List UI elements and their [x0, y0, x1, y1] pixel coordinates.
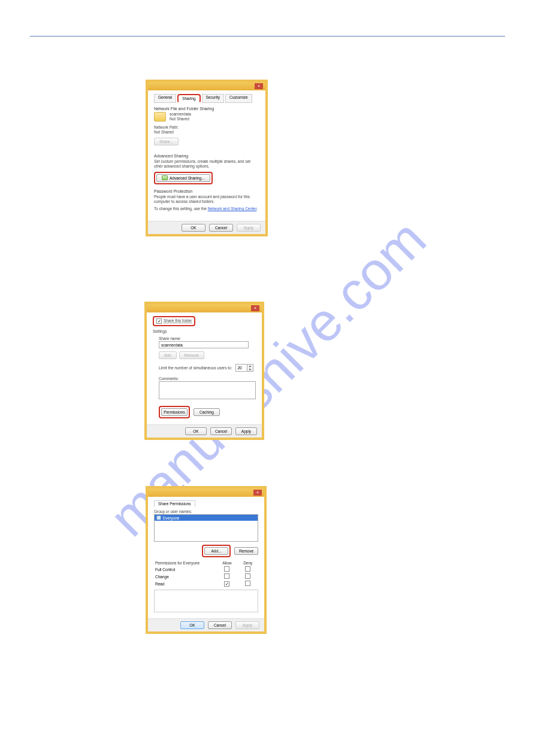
cancel-button[interactable]: Cancel	[210, 427, 232, 435]
folder-icon	[154, 112, 166, 122]
network-path-value: Not Shared	[154, 130, 259, 135]
read-allow-checkbox[interactable]: ✓	[224, 581, 229, 587]
close-icon[interactable]: ×	[251, 305, 259, 311]
remove-button[interactable]: Remove	[234, 547, 258, 555]
nfs-heading: Network File and Folder Sharing	[154, 107, 259, 111]
share-name-input[interactable]	[159, 341, 249, 348]
tab-general[interactable]: General	[154, 94, 176, 103]
read-deny-checkbox[interactable]	[245, 581, 250, 586]
add-button[interactable]: Add	[159, 351, 177, 359]
spacer-box	[154, 590, 258, 612]
table-row: Change	[154, 573, 258, 580]
advanced-sharing-dialog: × ✓ Share this folder Settings Share nam…	[144, 302, 264, 440]
change-allow-checkbox[interactable]	[224, 573, 229, 579]
close-icon[interactable]: ×	[255, 83, 263, 89]
share-folder-checkbox[interactable]: ✓	[156, 318, 162, 324]
share-name-label: Share name:	[159, 336, 256, 341]
cancel-button[interactable]: Cancel	[209, 224, 233, 232]
ok-button[interactable]: OK	[182, 224, 205, 232]
tab-customize[interactable]: Customize	[225, 94, 252, 103]
titlebar: ×	[148, 82, 265, 90]
perm-name: Read	[154, 580, 216, 587]
allow-header: Allow	[216, 560, 237, 566]
tab-security[interactable]: Security	[202, 94, 224, 103]
list-item[interactable]: Everyone	[155, 515, 258, 521]
titlebar: ×	[148, 488, 264, 497]
settings-label: Settings	[153, 329, 256, 334]
group-names-label: Group or user names:	[154, 509, 258, 514]
share-button[interactable]: Share...	[154, 138, 179, 145]
fullcontrol-allow-checkbox[interactable]	[224, 566, 229, 572]
ok-button[interactable]: OK	[180, 621, 204, 629]
comments-textarea[interactable]	[159, 381, 256, 399]
table-row: Full Control	[154, 566, 258, 573]
cancel-button[interactable]: Cancel	[208, 621, 232, 629]
shield-icon	[162, 175, 168, 180]
tab-sharing[interactable]: Sharing	[177, 94, 200, 103]
change-deny-checkbox[interactable]	[245, 573, 250, 579]
caching-button[interactable]: Caching	[194, 408, 220, 416]
spinner-down-icon[interactable]: ▾	[247, 368, 253, 372]
apply-button[interactable]: Apply	[237, 224, 261, 232]
network-sharing-center-link[interactable]: Network and Sharing Center	[208, 207, 257, 211]
permissions-dialog: × Share Permissions Group or user names:…	[146, 486, 267, 634]
permissions-button[interactable]: Permissions	[161, 408, 188, 416]
limit-users-spinner[interactable]: ▴▾	[235, 364, 253, 372]
apply-button[interactable]: Apply	[235, 427, 257, 435]
table-row: Read ✓	[154, 580, 258, 587]
users-icon	[156, 515, 161, 520]
perm-name: Full Control	[154, 566, 216, 573]
close-icon[interactable]: ×	[253, 490, 262, 496]
advanced-heading: Advanced Sharing	[154, 154, 259, 158]
password-change-prefix: To change this setting, use the	[154, 207, 207, 211]
limit-users-input[interactable]	[236, 365, 247, 371]
permissions-header: Permissions for Everyone	[154, 560, 216, 566]
network-path-label: Network Path:	[154, 125, 259, 130]
password-heading: Password Protection	[154, 189, 259, 193]
deny-header: Deny	[238, 560, 258, 566]
perm-name: Change	[154, 573, 216, 580]
password-description: People must have a user account and pass…	[154, 195, 259, 204]
group-listbox[interactable]: Everyone	[154, 514, 258, 542]
apply-button[interactable]: Apply	[235, 621, 259, 629]
fullcontrol-deny-checkbox[interactable]	[245, 566, 250, 572]
share-folder-label: Share this folder	[164, 318, 192, 323]
add-button[interactable]: Add...	[204, 547, 228, 555]
remove-button[interactable]: Remove	[179, 351, 204, 359]
advanced-sharing-label: Advanced Sharing...	[170, 176, 205, 180]
group-item-label: Everyone	[163, 516, 179, 520]
advanced-description: Set custom permissions, create multiple …	[154, 159, 259, 169]
advanced-sharing-button[interactable]: Advanced Sharing...	[156, 174, 210, 182]
limit-users-label: Limit the number of simultaneous users t…	[159, 366, 232, 371]
titlebar: ×	[147, 304, 262, 312]
ok-button[interactable]: OK	[185, 427, 207, 435]
folder-status-label: Not Shared	[170, 117, 191, 122]
properties-dialog: × General Sharing Security Customize Net…	[146, 80, 268, 236]
tab-strip: General Sharing Security Customize	[154, 94, 259, 103]
comments-label: Comments:	[159, 377, 256, 381]
header-rule	[30, 36, 505, 37]
folder-name-label: scannerdata	[170, 112, 191, 117]
tab-share-permissions[interactable]: Share Permissions	[154, 500, 195, 507]
document-page: manualshive.com × General Sharing Securi…	[0, 0, 535, 756]
